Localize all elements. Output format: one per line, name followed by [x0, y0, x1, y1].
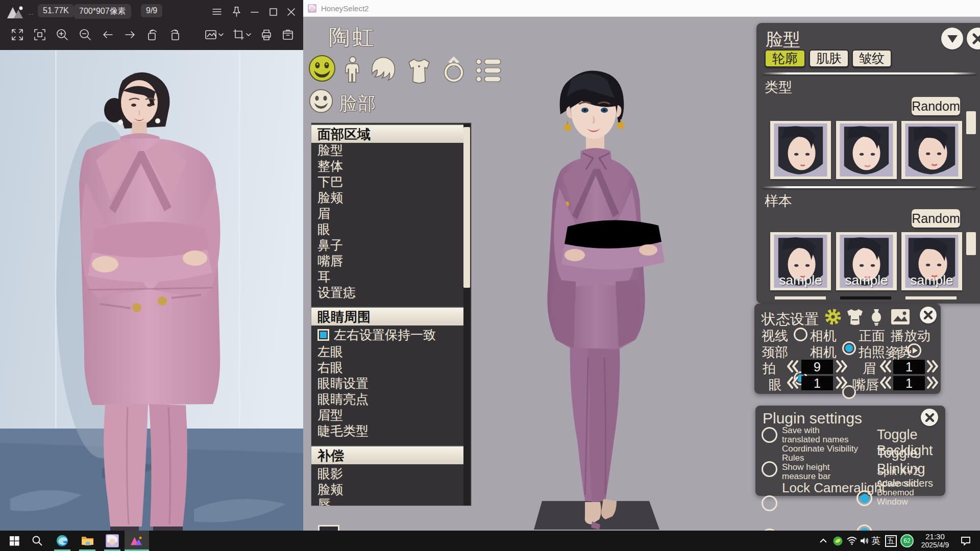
zoom-in-icon[interactable] [54, 27, 70, 43]
menu-item[interactable]: 眼 [317, 221, 455, 237]
face-type-thumbnail[interactable] [770, 121, 831, 179]
menu-item[interactable]: 设置痣 [317, 285, 455, 300]
tab-skin[interactable]: 肌肤 [809, 49, 849, 67]
viewer-menu-icon[interactable] [210, 5, 224, 18]
tab-settings-list-icon[interactable] [474, 56, 503, 85]
pin-icon[interactable] [230, 5, 243, 18]
tab-hair-icon[interactable] [369, 55, 398, 84]
menu-item[interactable]: 整体 [317, 158, 455, 173]
file-explorer-icon[interactable] [76, 531, 99, 551]
tab-clothes-icon[interactable] [404, 56, 434, 85]
menu-item[interactable]: 鼻子 [317, 237, 455, 253]
menu-item[interactable]: 脸颊 [317, 482, 455, 497]
clock[interactable]: 21:30 2025/4/9 [917, 531, 953, 551]
stepper-decrease-icon[interactable] [786, 359, 799, 375]
edge-browser-icon[interactable] [51, 531, 74, 551]
stepper-increase-icon[interactable] [926, 359, 939, 375]
menu-item[interactable]: 右眼 [317, 360, 455, 375]
rotate-right-icon[interactable] [167, 27, 183, 43]
ime-mode-indicator[interactable]: 五 [883, 531, 898, 551]
partial-bottom-icon[interactable] [318, 525, 339, 531]
menu-item[interactable]: 眉型 [317, 407, 455, 422]
menu-item[interactable]: 眼睛亮点 [317, 391, 455, 407]
sample-scrollbar-thumb[interactable] [966, 232, 976, 255]
menu-scrollbar-thumb[interactable] [463, 127, 470, 288]
image-viewer-taskbar-icon[interactable] [125, 531, 149, 551]
status-clothing-icon[interactable] [845, 308, 865, 328]
fullscreen-icon[interactable] [9, 27, 26, 43]
tab-accessories-icon[interactable] [439, 55, 469, 84]
gaze-camera-radio[interactable] [794, 328, 807, 341]
tray-app-icon[interactable] [830, 531, 845, 551]
face-sample-thumbnail[interactable]: sample [901, 232, 962, 290]
menu-item[interactable]: 脸型 [317, 142, 455, 158]
previous-image-icon[interactable] [100, 27, 116, 43]
stepper-increase-icon[interactable] [835, 375, 848, 392]
status-gear-icon[interactable] [823, 307, 843, 329]
type-scrollbar-thumb[interactable] [966, 111, 976, 134]
next-image-icon[interactable] [122, 27, 138, 43]
menu-scrollbar[interactable] [463, 124, 470, 506]
menu-item[interactable]: 眼睛设置 [317, 375, 455, 391]
stepper-decrease-icon[interactable] [786, 375, 799, 392]
menu-item[interactable]: 睫毛类型 [317, 423, 455, 438]
stepper-decrease-icon[interactable] [879, 359, 892, 375]
close-button[interactable] [284, 5, 298, 18]
menu-item[interactable]: 唇 [317, 496, 455, 506]
crop-resize-dropdown-icon[interactable] [231, 27, 253, 43]
menu-item[interactable]: 眉 [317, 206, 455, 221]
battery-tray-icon[interactable]: 62 [898, 531, 916, 551]
status-lightbulb-icon[interactable] [868, 307, 885, 329]
coordinate-visibility-checkbox[interactable] [762, 461, 777, 477]
divider [763, 186, 977, 188]
game-titlebar[interactable]: HoneySelect2 [303, 0, 980, 17]
menu-item[interactable]: 脸颊 [317, 190, 455, 205]
collapse-panel-button[interactable] [941, 28, 963, 49]
rotate-left-icon[interactable] [144, 27, 160, 43]
stepper-increase-icon[interactable] [835, 359, 848, 375]
face-type-thumbnail[interactable] [901, 121, 962, 179]
face-sample-thumbnail[interactable]: sample [836, 232, 897, 290]
height-measure-checkbox[interactable] [762, 495, 777, 511]
stepper-decrease-icon[interactable] [879, 375, 892, 392]
close-panel-icon[interactable] [921, 409, 938, 426]
type-random-button[interactable]: Random [912, 97, 960, 115]
play-motion-button[interactable] [906, 343, 922, 360]
toggle-blinking-checkbox[interactable] [856, 524, 872, 531]
sample-random-button[interactable]: Random [912, 209, 960, 228]
save-translated-names-checkbox[interactable] [762, 427, 777, 443]
menu-item[interactable]: 嘴唇 [317, 253, 455, 268]
menu-item[interactable]: 耳 [317, 269, 455, 284]
status-image-icon[interactable] [890, 308, 911, 328]
close-panel-icon[interactable] [967, 28, 980, 49]
minimize-button[interactable] [248, 5, 261, 18]
menu-item[interactable]: 下巴 [317, 174, 455, 189]
tab-wrinkles[interactable]: 皱纹 [852, 49, 892, 67]
stepper-increase-icon[interactable] [926, 375, 939, 392]
menu-item[interactable]: 左眼 [317, 344, 455, 359]
honeyselect2-taskbar-icon[interactable] [101, 531, 124, 551]
search-icon[interactable] [26, 531, 49, 551]
face-sample-thumbnail[interactable]: sample [770, 232, 831, 290]
tab-body-icon[interactable] [338, 55, 368, 84]
face-type-thumbnail[interactable] [836, 121, 897, 179]
image-effects-dropdown-icon[interactable] [203, 27, 226, 43]
save-archive-icon[interactable] [280, 27, 296, 43]
gaze-front-radio[interactable] [842, 341, 856, 355]
tray-expand-icon[interactable] [816, 531, 831, 551]
start-button[interactable] [3, 531, 26, 551]
ime-language-indicator[interactable]: 英 [869, 531, 883, 551]
viewer-more-indicator[interactable]: .. [29, 8, 34, 16]
close-panel-icon[interactable] [920, 307, 937, 323]
toggle-backlight-checkbox[interactable] [856, 490, 872, 506]
face-subsection-smiley-icon [308, 88, 334, 116]
tab-face-icon[interactable] [307, 54, 337, 83]
menu-item[interactable]: 眼影 [317, 466, 455, 481]
zoom-out-icon[interactable] [77, 27, 93, 43]
action-center-icon[interactable] [955, 531, 976, 551]
fit-window-icon[interactable] [32, 27, 48, 43]
print-icon[interactable] [258, 27, 275, 43]
maximize-button[interactable] [266, 5, 280, 18]
tab-contour[interactable]: 轮廓 [765, 49, 805, 67]
sync-left-right-checkbox[interactable] [317, 329, 329, 341]
